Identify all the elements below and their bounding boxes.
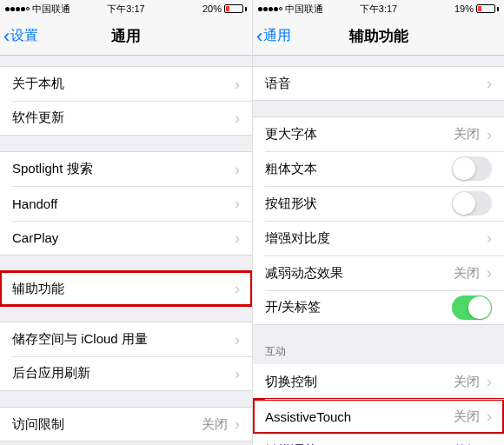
settings-cell[interactable]: 按钮形状 xyxy=(253,186,504,221)
signal-dots-icon xyxy=(258,7,282,11)
settings-group: Spotlight 搜索 › Handoff › CarPlay › xyxy=(0,151,252,256)
status-bar: 中国联通 下午3:17 19% xyxy=(253,0,504,17)
cell-label: AssistiveTouch xyxy=(265,409,454,424)
chevron-right-icon: › xyxy=(487,374,492,389)
settings-group: 更大字体 关闭› 粗体文本 按钮形状 增强对比度 › 减弱动态效果 关闭› 开/… xyxy=(253,116,504,325)
battery-icon xyxy=(476,4,499,13)
cell-value: 关闭 xyxy=(454,374,480,390)
chevron-right-icon: › xyxy=(235,196,240,211)
back-button[interactable]: ‹ 设置 xyxy=(0,27,38,46)
chevron-left-icon: ‹ xyxy=(256,27,262,46)
chevron-right-icon: › xyxy=(487,127,492,143)
cell-label: 更大字体 xyxy=(265,126,454,143)
settings-cell[interactable]: 粗体文本 xyxy=(253,151,504,186)
settings-group: 访问限制 关闭› xyxy=(0,407,252,442)
settings-cell[interactable]: 开/关标签 xyxy=(253,290,504,325)
toggle-switch[interactable] xyxy=(452,191,492,216)
chevron-right-icon: › xyxy=(487,76,492,91)
settings-cell[interactable]: Handoff › xyxy=(0,186,252,221)
cell-value: 关闭 xyxy=(454,408,480,425)
cell-label: CarPlay xyxy=(12,230,235,245)
settings-cell[interactable]: 软件更新 › xyxy=(0,101,252,136)
nav-bar: ‹ 通用 辅助功能 xyxy=(253,17,504,56)
chevron-right-icon: › xyxy=(235,110,240,126)
settings-group: 语音 › xyxy=(253,66,504,101)
cell-label: 辅助功能 xyxy=(12,281,235,297)
cell-label: 减弱动态效果 xyxy=(265,265,454,282)
back-label: 通用 xyxy=(263,27,291,45)
cell-value: 关闭 xyxy=(454,126,480,143)
settings-group: 辅助功能 › xyxy=(0,271,252,306)
settings-cell[interactable]: 语音 › xyxy=(253,66,504,101)
chevron-right-icon: › xyxy=(235,366,240,382)
chevron-right-icon: › xyxy=(487,408,492,424)
settings-cell[interactable]: 切换控制 关闭› xyxy=(253,364,504,399)
cell-label: 后台应用刷新 xyxy=(12,365,235,382)
cell-label: 开/关标签 xyxy=(265,299,452,315)
back-button[interactable]: ‹ 通用 xyxy=(253,27,291,46)
carrier-label: 中国联通 xyxy=(32,3,70,16)
signal-dots-icon xyxy=(5,7,30,11)
cell-label: 增强对比度 xyxy=(265,230,487,247)
chevron-right-icon: › xyxy=(487,265,492,281)
phone-screen-left: 中国联通 下午3:17 20% ‹ 设置 通用 关于本机 › 软件更新 › Sp… xyxy=(0,0,252,445)
settings-cell[interactable]: 储存空间与 iCloud 用量 › xyxy=(0,322,252,356)
settings-cell[interactable]: Spotlight 搜索 › xyxy=(0,151,252,186)
chevron-right-icon: › xyxy=(235,281,240,296)
chevron-right-icon: › xyxy=(487,230,492,246)
settings-group: 关于本机 › 软件更新 › xyxy=(0,66,252,136)
nav-bar: ‹ 设置 通用 xyxy=(0,17,252,56)
cell-label: 关于本机 xyxy=(12,76,235,92)
settings-list[interactable]: 关于本机 › 软件更新 › Spotlight 搜索 › Handoff › C… xyxy=(0,56,252,445)
cell-label: 访问限制 xyxy=(12,416,202,433)
back-label: 设置 xyxy=(10,27,38,45)
settings-cell[interactable]: 访问限制 关闭› xyxy=(0,407,252,442)
settings-cell[interactable]: 辅助功能 › xyxy=(0,271,252,306)
settings-group: 互动 切换控制 关闭› AssistiveTouch 关闭› 触摸调节 关闭› xyxy=(253,341,504,445)
cell-label: 软件更新 xyxy=(12,110,235,126)
cell-label: 按钮形状 xyxy=(265,196,452,212)
toggle-switch[interactable] xyxy=(452,156,492,181)
settings-cell[interactable]: 关于本机 › xyxy=(0,66,252,101)
settings-cell[interactable]: 增强对比度 › xyxy=(253,221,504,256)
settings-cell[interactable]: AssistiveTouch 关闭› xyxy=(253,399,504,434)
group-header: 互动 xyxy=(253,341,504,364)
chevron-right-icon: › xyxy=(235,416,240,432)
battery-icon xyxy=(224,4,247,13)
settings-cell[interactable]: 后台应用刷新 › xyxy=(0,356,252,391)
chevron-right-icon: › xyxy=(235,230,240,246)
cell-value: 关闭 xyxy=(454,265,480,282)
toggle-switch[interactable] xyxy=(452,296,492,320)
settings-group: 储存空间与 iCloud 用量 › 后台应用刷新 › xyxy=(0,322,252,391)
chevron-right-icon: › xyxy=(235,162,240,177)
status-bar: 中国联通 下午3:17 20% xyxy=(0,0,252,17)
cell-label: 储存空间与 iCloud 用量 xyxy=(12,331,235,348)
chevron-right-icon: › xyxy=(235,332,240,348)
cell-label: 切换控制 xyxy=(265,374,454,390)
battery-percent: 19% xyxy=(454,3,474,14)
carrier-label: 中国联通 xyxy=(285,3,323,16)
cell-label: Spotlight 搜索 xyxy=(12,161,235,177)
settings-cell[interactable]: CarPlay › xyxy=(0,221,252,256)
chevron-left-icon: ‹ xyxy=(3,27,10,46)
cell-label: 粗体文本 xyxy=(265,161,452,177)
settings-list[interactable]: 语音 › 更大字体 关闭› 粗体文本 按钮形状 增强对比度 › 减弱动态效果 关… xyxy=(253,56,504,445)
battery-percent: 20% xyxy=(202,3,222,14)
cell-label: 语音 xyxy=(265,76,487,92)
settings-cell[interactable]: 更大字体 关闭› xyxy=(253,116,504,151)
chevron-right-icon: › xyxy=(235,76,240,92)
cell-value: 关闭 xyxy=(202,416,228,433)
settings-cell[interactable]: 减弱动态效果 关闭› xyxy=(253,256,504,290)
phone-screen-right: 中国联通 下午3:17 19% ‹ 通用 辅助功能 语音 › 更大字体 关闭› … xyxy=(252,0,504,445)
settings-cell[interactable]: 触摸调节 关闭› xyxy=(253,434,504,445)
cell-label: Handoff xyxy=(12,196,235,211)
